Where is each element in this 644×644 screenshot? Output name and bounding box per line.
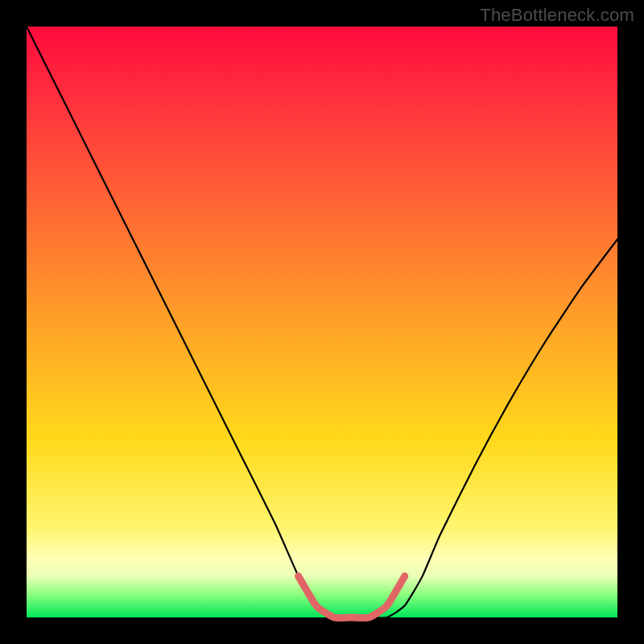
curve-layer <box>27 27 617 617</box>
bottleneck-curve-highlight <box>299 576 405 618</box>
watermark-text: TheBottleneck.com <box>480 5 634 26</box>
plot-area <box>27 27 617 617</box>
bottleneck-curve <box>27 27 617 618</box>
chart-frame: TheBottleneck.com <box>0 0 644 644</box>
